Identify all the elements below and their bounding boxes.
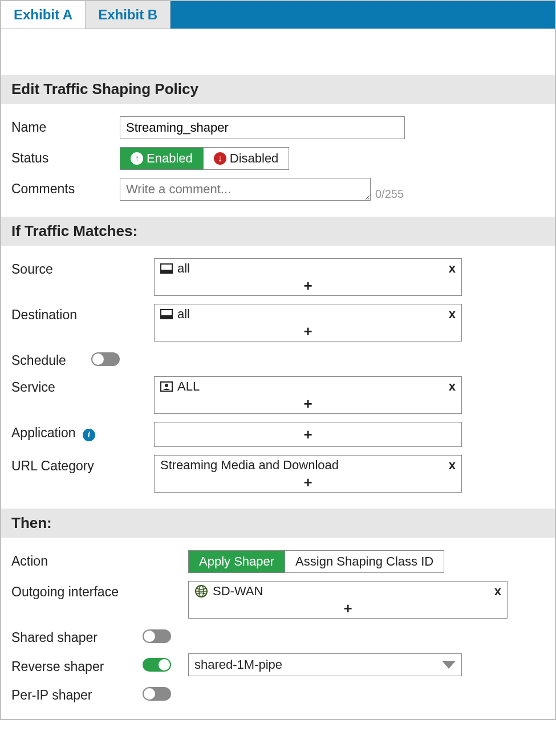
service-icon — [160, 381, 173, 392]
label-service: Service — [11, 376, 154, 395]
policy-editor-panel: Exhibit A Exhibit B Edit Traffic Shaping… — [0, 0, 556, 720]
outgoing-interface-item-label: SD-WAN — [213, 584, 263, 599]
label-url-category: URL Category — [11, 455, 154, 474]
svg-rect-3 — [161, 315, 172, 319]
label-status: Status — [11, 147, 120, 166]
label-action: Action — [11, 550, 188, 569]
section-match-body: Source all x + Destination all — [1, 246, 555, 509]
status-enabled-button[interactable]: ↑ Enabled — [120, 148, 204, 169]
reverse-shaper-select[interactable]: shared-1M-pipe — [188, 653, 462, 676]
outgoing-interface-add[interactable]: + — [189, 601, 507, 618]
application-add[interactable]: + — [155, 422, 461, 446]
action-assign-class-button[interactable]: Assign Shaping Class ID — [285, 551, 444, 572]
comments-char-count: 0/255 — [375, 188, 404, 201]
destination-add[interactable]: + — [155, 324, 461, 341]
url-category-item-label: Streaming Media and Download — [160, 458, 339, 473]
source-add[interactable]: + — [155, 278, 461, 295]
action-apply-shaper-button[interactable]: Apply Shaper — [189, 551, 285, 572]
label-reverse-shaper: Reverse shaper — [11, 656, 143, 674]
source-multiselect[interactable]: all x + — [154, 258, 462, 296]
reverse-shaper-toggle[interactable] — [143, 658, 171, 672]
outgoing-interface-item-remove[interactable]: x — [494, 584, 501, 599]
url-category-multiselect[interactable]: Streaming Media and Download x + — [154, 455, 462, 493]
status-disabled-button[interactable]: ↓ Disabled — [204, 148, 289, 169]
label-name: Name — [11, 116, 120, 135]
service-item-remove[interactable]: x — [449, 379, 456, 394]
reverse-shaper-value: shared-1M-pipe — [194, 657, 282, 672]
schedule-toggle[interactable] — [91, 352, 120, 366]
tab-exhibit-a[interactable]: Exhibit A — [1, 1, 86, 29]
arrow-up-icon: ↑ — [131, 152, 143, 165]
label-schedule: Schedule — [11, 349, 91, 368]
label-outgoing-interface: Outgoing interface — [11, 581, 188, 600]
info-icon[interactable]: i — [83, 429, 95, 441]
service-item-label: ALL — [177, 379, 200, 394]
service-add[interactable]: + — [155, 396, 461, 413]
destination-item-label: all — [177, 307, 190, 322]
arrow-down-icon: ↓ — [214, 152, 226, 165]
destination-multiselect[interactable]: all x + — [154, 304, 462, 342]
status-disabled-label: Disabled — [230, 151, 279, 166]
url-category-add[interactable]: + — [155, 475, 461, 492]
status-toggle-group: ↑ Enabled ↓ Disabled — [120, 147, 289, 170]
label-shared-shaper: Shared shaper — [11, 627, 143, 645]
address-icon — [160, 263, 173, 274]
label-application: Application i — [11, 422, 154, 441]
section-edit-title: Edit Traffic Shaping Policy — [1, 75, 555, 104]
status-enabled-label: Enabled — [147, 151, 193, 166]
section-match-title: If Traffic Matches: — [1, 217, 555, 246]
section-edit-body: Name Status ↑ Enabled ↓ Disabled Comment… — [1, 104, 555, 217]
shared-shaper-toggle[interactable] — [143, 629, 171, 643]
globe-icon — [194, 584, 208, 598]
source-item-label: all — [177, 261, 190, 276]
name-input[interactable] — [120, 116, 405, 139]
url-category-item-remove[interactable]: x — [449, 458, 456, 473]
spacer — [1, 29, 555, 75]
section-then-title: Then: — [1, 509, 555, 538]
application-multiselect[interactable]: + — [154, 422, 462, 447]
svg-rect-1 — [161, 270, 172, 273]
label-source: Source — [11, 258, 154, 277]
per-ip-shaper-toggle[interactable] — [143, 687, 171, 701]
service-multiselect[interactable]: ALL x + — [154, 376, 462, 414]
outgoing-interface-multiselect[interactable]: SD-WAN x + — [188, 581, 508, 619]
label-destination: Destination — [11, 304, 154, 323]
tab-exhibit-b[interactable]: Exhibit B — [86, 1, 171, 29]
action-toggle-group: Apply Shaper Assign Shaping Class ID — [188, 550, 444, 573]
chevron-down-icon — [442, 661, 456, 669]
svg-point-5 — [165, 384, 168, 387]
section-then-body: Action Apply Shaper Assign Shaping Class… — [1, 538, 555, 719]
source-item-remove[interactable]: x — [449, 261, 456, 276]
label-comments: Comments — [11, 178, 120, 197]
destination-item-remove[interactable]: x — [449, 307, 456, 322]
tab-bar: Exhibit A Exhibit B — [1, 1, 555, 29]
address-icon — [160, 309, 173, 319]
comments-input[interactable] — [120, 178, 371, 201]
label-per-ip-shaper: Per-IP shaper — [11, 684, 143, 703]
